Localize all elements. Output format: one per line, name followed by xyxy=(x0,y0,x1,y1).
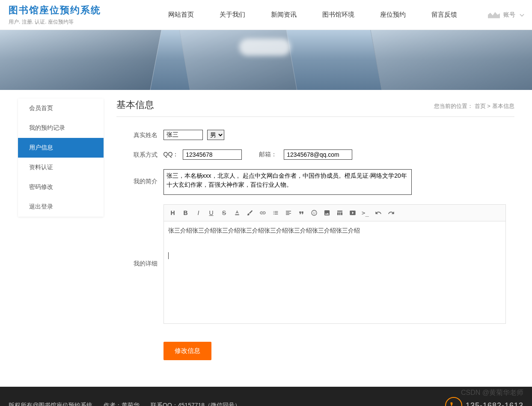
breadcrumb: 您当前的位置： 首页 > 基本信息 xyxy=(434,102,514,110)
sidebar-item-my-reservations[interactable]: 我的预约记录 xyxy=(18,118,104,138)
footer: 版权所有@图书馆座位预约系统 作者：黄菊华 联系QQ：45157718（微信同号… xyxy=(0,387,532,406)
sidebar-item-logout[interactable]: 退出登录 xyxy=(18,197,104,217)
rich-editor: H B I U S xyxy=(163,204,506,324)
email-input[interactable] xyxy=(284,149,352,160)
font-color-icon[interactable] xyxy=(232,207,243,218)
redo-icon[interactable] xyxy=(386,207,397,218)
align-icon[interactable] xyxy=(283,207,294,218)
text-cursor xyxy=(168,252,169,259)
italic-icon[interactable]: I xyxy=(193,207,204,218)
underline-icon[interactable]: U xyxy=(206,207,217,218)
sidebar-item-change-password[interactable]: 密码修改 xyxy=(18,177,104,197)
top-nav: 网站首页 关于我们 新闻资讯 图书馆环境 座位预约 留言反馈 xyxy=(137,11,488,19)
logo-area: 图书馆座位预约系统 用户. 注册. 认证. 座位预约等 xyxy=(9,4,137,26)
editor-toolbar: H B I U S xyxy=(163,204,506,221)
emoji-icon[interactable] xyxy=(309,207,320,218)
brief-textarea[interactable] xyxy=(163,169,412,195)
label-real-name: 真实姓名 xyxy=(116,130,163,139)
sidebar-item-verification[interactable]: 资料认证 xyxy=(18,158,104,177)
row-submit: 修改信息 xyxy=(116,333,514,360)
sidebar: 会员首页 我的预约记录 用户信息 资料认证 密码修改 退出登录 xyxy=(18,99,104,217)
code-icon[interactable]: >_ xyxy=(360,207,371,218)
ordered-list-icon[interactable] xyxy=(270,207,281,218)
row-detail: 我的详细 H B I U S xyxy=(116,204,514,324)
logo-subtitle: 用户. 注册. 认证. 座位预约等 xyxy=(9,18,137,26)
nav-library-env[interactable]: 图书馆环境 xyxy=(322,11,354,19)
nav-home[interactable]: 网站首页 xyxy=(168,11,194,19)
main-header: 基本信息 您当前的位置： 首页 > 基本信息 xyxy=(116,99,514,117)
page-title: 基本信息 xyxy=(116,99,154,111)
row-contact: 联系方式 QQ： 邮箱： xyxy=(116,149,514,160)
svg-point-2 xyxy=(315,212,315,213)
footer-phone: 135-1682-1613 xyxy=(466,401,523,406)
logo-title: 图书馆座位预约系统 xyxy=(9,4,137,17)
breadcrumb-home-link[interactable]: 首页 xyxy=(475,103,486,109)
label-detail: 我的详细 xyxy=(116,204,163,268)
svg-point-0 xyxy=(312,210,317,215)
footer-contact-qq: 联系QQ：45157718（微信同号） xyxy=(151,402,241,406)
editor-text: 张三介绍张三介绍张三介绍张三介绍张三介绍张三介绍张三介绍张三介绍 xyxy=(168,226,501,235)
banner-image xyxy=(0,30,532,90)
editor-content-area[interactable]: 张三介绍张三介绍张三介绍张三介绍张三介绍张三介绍张三介绍张三介绍 xyxy=(163,221,506,324)
submit-button[interactable]: 修改信息 xyxy=(163,342,211,360)
account-dropdown[interactable]: 账号 xyxy=(488,11,523,19)
video-icon[interactable] xyxy=(347,207,358,218)
quote-icon[interactable] xyxy=(296,207,307,218)
qq-input[interactable] xyxy=(183,149,242,160)
chevron-down-icon xyxy=(520,12,524,17)
label-qq: QQ： xyxy=(163,151,179,158)
footer-author: 作者：黄菊华 xyxy=(104,402,140,406)
real-name-input[interactable] xyxy=(163,130,203,140)
row-real-name: 真实姓名 男 女 xyxy=(116,130,514,140)
nav-news[interactable]: 新闻资讯 xyxy=(271,11,297,19)
link-icon[interactable] xyxy=(257,207,268,218)
row-brief: 我的简介 xyxy=(116,169,514,195)
sidebar-item-member-home[interactable]: 会员首页 xyxy=(18,99,104,118)
sidebar-item-user-info[interactable]: 用户信息 xyxy=(18,138,104,158)
footer-right: 135-1682-1613 xyxy=(445,397,523,406)
bold-icon[interactable]: B xyxy=(180,207,191,218)
content: 会员首页 我的预约记录 用户信息 资料认证 密码修改 退出登录 基本信息 您当前… xyxy=(9,90,523,378)
heading-icon[interactable]: H xyxy=(167,207,178,218)
footer-left: 版权所有@图书馆座位预约系统 作者：黄菊华 联系QQ：45157718（微信同号… xyxy=(9,402,250,406)
nav-seat-reserve[interactable]: 座位预约 xyxy=(380,11,406,19)
globe-icon xyxy=(488,12,500,18)
bg-color-icon[interactable] xyxy=(244,207,256,218)
undo-icon[interactable] xyxy=(373,207,384,218)
label-email: 邮箱： xyxy=(259,151,277,158)
nav-feedback[interactable]: 留言反馈 xyxy=(431,11,457,19)
breadcrumb-prefix: 您当前的位置： xyxy=(434,103,473,109)
footer-copyright: 版权所有@图书馆座位预约系统 xyxy=(9,402,92,406)
svg-point-1 xyxy=(313,212,314,213)
breadcrumb-separator: > xyxy=(487,103,490,109)
strikethrough-icon[interactable]: S xyxy=(219,207,230,218)
account-label: 账号 xyxy=(503,11,515,19)
nav-about[interactable]: 关于我们 xyxy=(220,11,245,19)
breadcrumb-current: 基本信息 xyxy=(492,103,514,109)
image-icon[interactable] xyxy=(321,207,333,218)
table-icon[interactable] xyxy=(334,207,345,218)
main-panel: 基本信息 您当前的位置： 首页 > 基本信息 真实姓名 男 女 联系方式 xyxy=(116,99,514,370)
gender-select[interactable]: 男 女 xyxy=(207,130,224,140)
phone-icon xyxy=(445,397,462,406)
label-brief: 我的简介 xyxy=(116,169,163,185)
header: 图书馆座位预约系统 用户. 注册. 认证. 座位预约等 网站首页 关于我们 新闻… xyxy=(0,0,532,30)
label-contact: 联系方式 xyxy=(116,149,163,159)
